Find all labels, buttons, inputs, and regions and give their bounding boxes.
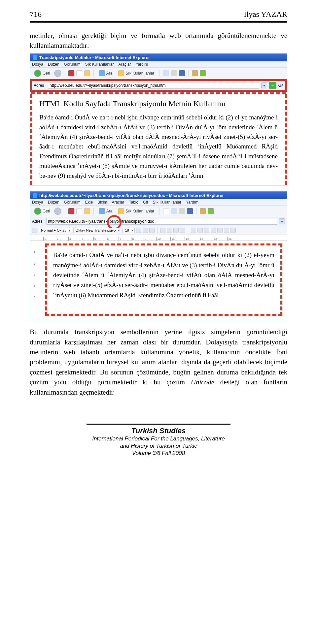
menu-item[interactable]: Yardım [186, 200, 198, 205]
address-bar: Adres ▾ Git [32, 81, 285, 90]
ie-icon [33, 193, 37, 198]
titlebar: Transkripsiyonlu Metinler - Microsoft In… [30, 54, 287, 61]
menu-item[interactable]: Dosya [32, 62, 43, 67]
line-spacing-icon[interactable] [191, 228, 196, 233]
word-body: 12345 Ba'de óamd-i ÒudÀ ve naʿt-ı nebi i… [30, 241, 287, 321]
content-body: Ba'de óamd-i ÒudÀ ve naʿt-ı nebi işbu di… [39, 113, 278, 180]
address-dropdown[interactable]: ▾ [261, 82, 267, 88]
body-paragraph-2: Bu durumda transkripsiyon sembollerinin … [30, 327, 287, 397]
menu-item[interactable]: Araçlar [112, 200, 124, 205]
print-icon[interactable] [171, 70, 177, 76]
address-bar: Adres ▾ [30, 217, 287, 226]
italic-icon[interactable] [143, 228, 148, 233]
menu-item[interactable]: Araçlar [118, 62, 131, 67]
list-icon[interactable] [197, 228, 203, 233]
journal-title: Turkish Studies [30, 427, 287, 435]
divider-thin [30, 22, 287, 23]
history-icon[interactable] [163, 208, 169, 214]
search-button[interactable]: Ara [97, 70, 115, 77]
mail-icon[interactable] [163, 70, 169, 76]
font-color-icon[interactable] [230, 228, 236, 233]
ie-icon [33, 55, 37, 60]
window-title: Transkripsiyonlu Metinler - Microsoft In… [39, 55, 150, 60]
align-center-icon[interactable] [167, 228, 172, 233]
browser-window-doc: http://web.deu.edu.tr/~ilyas/transkripsi… [30, 191, 287, 321]
refresh-icon[interactable] [76, 70, 82, 76]
menu-item[interactable]: Ekle [85, 200, 93, 205]
divider-thick [30, 21, 287, 22]
search-button[interactable]: Ara [97, 208, 115, 215]
menu-item[interactable]: Yardım [135, 62, 148, 67]
titlebar: http://web.deu.edu.tr/~ilyas/transkripsi… [30, 192, 287, 199]
menu-item[interactable]: Görünüm [64, 200, 81, 205]
ruler-vertical: 12345 [30, 241, 39, 321]
menu-item[interactable]: Sık Kullanılanlar [85, 62, 114, 67]
underline-icon[interactable] [149, 228, 155, 233]
word-icon[interactable] [179, 70, 185, 76]
page-footer: Turkish Studies International Periodical… [30, 424, 287, 457]
align-right-icon[interactable] [173, 228, 179, 233]
align-left-icon[interactable] [160, 228, 165, 233]
favorites-button[interactable]: Sık Kullanılanlar [116, 70, 156, 77]
mail-icon[interactable] [171, 208, 177, 214]
menu-item[interactable]: Biçim [97, 200, 107, 205]
back-button[interactable]: Geri [32, 69, 52, 78]
bold-icon[interactable] [136, 228, 141, 233]
style-select[interactable]: Normal + Oktay [39, 228, 72, 233]
forward-button[interactable] [54, 70, 61, 77]
url-input[interactable] [46, 218, 277, 225]
window-title: http://web.deu.edu.tr/~ilyas/transkripsi… [39, 193, 224, 198]
style-icon[interactable] [32, 228, 37, 233]
word-icon[interactable] [187, 208, 193, 214]
address-label: Adres [32, 219, 42, 224]
word-page-content: Ba'de óamd-i ÒudÀ ve naʿt-ı nebi işbu di… [45, 243, 282, 316]
favorites-button[interactable]: Sık Kullanılanlar [116, 208, 156, 215]
border-icon[interactable] [217, 228, 223, 233]
menu-item[interactable]: Dosya [32, 200, 43, 205]
intro-paragraph: metinler, olması gerektiği biçim ve form… [30, 31, 287, 51]
menu-item[interactable]: Tablo [129, 200, 138, 205]
home-icon[interactable] [84, 208, 90, 214]
journal-issue: Volume 3/6 Fall 2008 [30, 450, 287, 457]
indent-dec-icon[interactable] [204, 228, 209, 233]
highlighted-address-bar: Adres ▾ Git [30, 79, 287, 92]
html-page-content: HTML Kodlu Sayfada Transkripsiyonlu Metn… [33, 94, 284, 185]
go-button[interactable] [269, 82, 276, 89]
menubar: Dosya Düzen Görünüm Sık Kullanılanlar Ar… [30, 61, 287, 67]
url-input[interactable] [48, 82, 259, 89]
back-button[interactable]: Geri [32, 207, 52, 215]
messenger-icon[interactable] [208, 208, 214, 214]
research-icon[interactable] [200, 208, 206, 214]
author-name: İlyas YAZAR [244, 10, 287, 19]
page-number: 716 [30, 10, 42, 19]
journal-subtitle: International Periodical For the Languag… [30, 435, 287, 442]
content-title: HTML Kodlu Sayfada Transkripsiyonlu Metn… [39, 98, 278, 110]
stop-icon[interactable] [68, 70, 74, 76]
go-label: Git [278, 83, 283, 88]
format-toolbar: Normal + Oktay Oktay New Transkripsiyo 1… [30, 226, 287, 235]
menu-item[interactable]: Düzen [48, 62, 59, 67]
font-size-select[interactable]: 18 [123, 228, 134, 233]
menu-item[interactable]: Sık Kullanılanlar [153, 200, 181, 205]
para2-emphasis: Unicode [191, 378, 214, 386]
toolbar: Geri Ara Sık Kullanılanlar [30, 67, 287, 79]
address-label: Adres [34, 83, 44, 88]
menu-item[interactable]: Git [143, 200, 148, 205]
journal-subtitle-2: and History of Turkish or Turkic [30, 442, 287, 450]
align-justify-icon[interactable] [180, 228, 185, 233]
address-dropdown[interactable]: ▾ [279, 218, 285, 224]
refresh-icon[interactable] [76, 208, 82, 214]
highlight-dash-sides: HTML Kodlu Sayfada Transkripsiyonlu Metn… [30, 94, 287, 185]
research-icon[interactable] [192, 70, 198, 76]
menu-item[interactable]: Düzen [48, 200, 59, 205]
forward-button[interactable] [54, 208, 61, 215]
indent-inc-icon[interactable] [211, 228, 216, 233]
highlight-icon[interactable] [224, 228, 229, 233]
home-icon[interactable] [84, 70, 90, 76]
menubar: Dosya Düzen Görünüm Ekle Biçim Araçlar T… [30, 199, 287, 205]
stop-icon[interactable] [68, 208, 74, 214]
messenger-icon[interactable] [200, 70, 206, 76]
menu-item[interactable]: Görünüm [64, 62, 81, 67]
print-icon[interactable] [179, 208, 185, 214]
font-select[interactable]: Oktay New Transkripsiyo [73, 228, 122, 233]
